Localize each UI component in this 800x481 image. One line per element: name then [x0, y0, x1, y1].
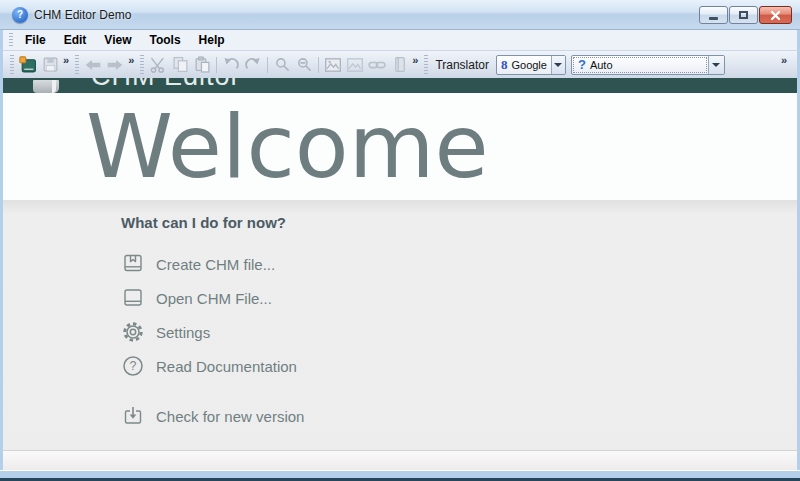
settings-gear-icon [121, 320, 145, 344]
menu-item-tools[interactable]: Tools [140, 31, 189, 49]
maximize-button[interactable] [729, 6, 758, 24]
image-icon [324, 56, 342, 74]
menubar-drag-handle[interactable] [9, 33, 13, 47]
status-bar [0, 450, 800, 470]
welcome-title: Welcome [86, 103, 489, 191]
toolbar-overflow-navigation[interactable]: » [128, 55, 134, 66]
close-button[interactable] [759, 6, 792, 24]
menu-item-edit[interactable]: Edit [55, 31, 96, 49]
maximize-icon [739, 11, 748, 19]
cut-button[interactable] [147, 54, 169, 76]
hero-section: Welcome [0, 93, 800, 200]
toolbar-separator [216, 57, 217, 73]
toolbar-drag-handle[interactable] [424, 55, 428, 74]
menubar: File Edit View Tools Help [0, 30, 800, 50]
create-chm-icon [121, 252, 145, 276]
toolbar: » » [0, 50, 800, 78]
minimize-icon [709, 17, 718, 20]
toolbar-drag-handle[interactable] [75, 55, 79, 74]
app-window: ? CHM Editor Demo File Edit View Tools H… [0, 0, 800, 481]
question-heading: What can I do for now? [121, 214, 797, 231]
copy-icon [172, 56, 189, 73]
scissors-icon [149, 56, 167, 74]
brand-band: CHM Editor [0, 78, 800, 93]
insert-image-button[interactable] [322, 54, 344, 76]
save-icon [42, 56, 59, 73]
save-button[interactable] [39, 54, 61, 76]
new-file-button[interactable] [17, 54, 39, 76]
book-logo-icon [33, 80, 59, 93]
menu-item-help[interactable]: Help [190, 31, 234, 49]
engine-dropdown-button[interactable] [551, 56, 565, 74]
toolbar-group-navigation: » [72, 51, 137, 78]
action-settings[interactable]: Settings [121, 315, 797, 349]
check-version-icon [121, 404, 145, 428]
menu-item-view[interactable]: View [95, 31, 140, 49]
search-button[interactable] [271, 54, 293, 76]
titlebar: ? CHM Editor Demo [0, 0, 800, 30]
link-icon [368, 56, 386, 74]
translator-language-value: Auto [590, 59, 613, 71]
toolbar-overflow-file[interactable]: » [63, 55, 69, 66]
translator-label: Translator [435, 58, 489, 72]
paste-icon [194, 56, 211, 73]
undo-button[interactable] [220, 54, 242, 76]
language-auto-icon: ? [578, 57, 586, 72]
minimize-button[interactable] [699, 6, 728, 24]
close-icon [770, 10, 781, 21]
insert-image-alt-button[interactable] [344, 54, 366, 76]
brand-title: CHM Editor [91, 78, 241, 92]
redo-button[interactable] [242, 54, 264, 76]
menu-item-file[interactable]: File [16, 31, 55, 49]
main-content: What can I do for now? Create CHM file..… [0, 200, 800, 450]
toolbar-separator [267, 57, 268, 73]
toolbar-separator [318, 57, 319, 73]
toolbar-drag-handle[interactable] [10, 55, 14, 74]
action-check-version[interactable]: Check for new version [121, 399, 797, 433]
book-view-button[interactable] [388, 54, 410, 76]
action-read-documentation[interactable]: ? Read Documentation [121, 349, 797, 383]
toolbar-overflow-edit[interactable]: » [412, 55, 418, 66]
language-dropdown-button[interactable] [708, 56, 724, 74]
translator-engine-value: Google [511, 59, 546, 71]
back-arrow-icon [84, 56, 102, 74]
question-mark-glyph: ? [130, 359, 137, 373]
action-label: Check for new version [156, 408, 304, 425]
action-label: Create CHM file... [156, 256, 275, 273]
back-button[interactable] [82, 54, 104, 76]
chevron-down-icon [554, 63, 562, 67]
redo-icon [244, 56, 262, 74]
toolbar-group-file: » [7, 51, 72, 78]
action-open-chm[interactable]: Open CHM File... [121, 281, 797, 315]
action-label: Settings [156, 324, 210, 341]
insert-link-button[interactable] [366, 54, 388, 76]
google-icon: 8 [501, 57, 508, 73]
open-chm-icon [121, 286, 145, 310]
paste-button[interactable] [191, 54, 213, 76]
image-alt-icon [346, 56, 364, 74]
app-help-icon: ? [12, 7, 28, 23]
undo-icon [222, 56, 240, 74]
action-label: Read Documentation [156, 358, 297, 375]
read-documentation-icon: ? [121, 354, 145, 378]
toolbar-group-edit: » [137, 51, 421, 78]
toolbar-group-translator: Translator 8 Google ? Auto » [421, 51, 793, 78]
search-icon [274, 56, 291, 73]
window-bottom-border [0, 470, 800, 481]
toolbar-drag-handle[interactable] [140, 55, 144, 74]
translator-language-select[interactable]: ? Auto [571, 55, 725, 75]
forward-arrow-icon [106, 56, 124, 74]
search-replace-button[interactable] [293, 54, 315, 76]
translator-engine-select[interactable]: 8 Google [496, 55, 566, 75]
window-title: CHM Editor Demo [34, 8, 131, 22]
forward-button[interactable] [104, 54, 126, 76]
toolbar-overflow-translator[interactable]: » [781, 55, 787, 66]
book-side-icon [391, 56, 408, 73]
action-create-chm[interactable]: Create CHM file... [121, 247, 797, 281]
search-replace-icon [296, 56, 313, 73]
new-book-icon [19, 56, 37, 74]
chevron-down-icon [712, 63, 720, 67]
action-label: Open CHM File... [156, 290, 272, 307]
copy-button[interactable] [169, 54, 191, 76]
